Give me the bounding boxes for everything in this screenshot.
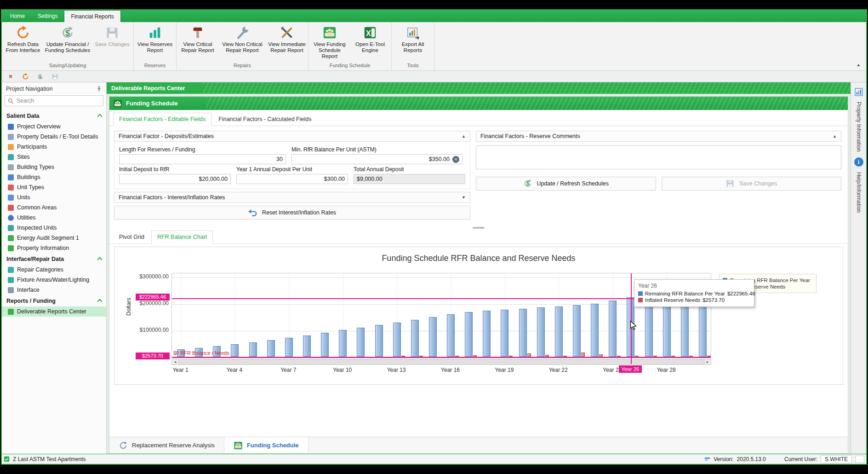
sidebar-item-energy-audit[interactable]: Energy Audit Segment 1	[2, 233, 106, 243]
rfr-balance-bar[interactable]	[537, 307, 545, 357]
tab-financial-factors-calculated[interactable]: Financial Factors - Calculated Fields	[212, 113, 317, 126]
ribbon-collapse-button[interactable]: ▴	[854, 61, 862, 69]
tab-financial-factors-editable[interactable]: Financial Factors - Editable Fields	[113, 113, 211, 126]
open-etool-engine-button[interactable]: X Open E-Tool Engine	[350, 23, 390, 63]
sidebar-item-buildings[interactable]: Buildings	[2, 172, 106, 182]
save-changes-button[interactable]: Save Changes	[662, 177, 842, 191]
tab-home[interactable]: Home	[4, 10, 31, 22]
rfr-balance-bar[interactable]	[411, 320, 419, 357]
view-funding-schedule-report-button[interactable]: View Funding Schedule Report	[309, 23, 350, 63]
tab-rfr-balance-chart[interactable]: RFR Balance Chart	[151, 231, 213, 244]
rfr-balance-bar[interactable]	[393, 323, 401, 357]
tooltip-blue-swatch	[638, 291, 643, 296]
update-refresh-schedules-button[interactable]: $ Update / Refresh Schedules	[476, 177, 656, 191]
view-reserves-report-button[interactable]: View Reserves Report	[135, 23, 175, 63]
sidebar-section-salient-data[interactable]: Salient Data	[2, 110, 106, 121]
view-critical-repair-button[interactable]: View Critical Repair Report	[177, 23, 218, 63]
view-immediate-repair-button[interactable]: View Immediate Repair Report	[267, 23, 307, 63]
length-for-reserves-input[interactable]: 30	[119, 154, 286, 164]
rfr-balance-bar[interactable]	[249, 342, 257, 357]
search-input[interactable]: Search	[5, 95, 103, 106]
rfr-balance-bar[interactable]	[429, 317, 437, 357]
reset-interest-inflation-button[interactable]: Reset Interest/Inflation Rates	[114, 206, 470, 220]
sidebar-item-common-areas[interactable]: Common Areas	[2, 202, 106, 213]
svg-text:X: X	[366, 29, 371, 37]
tab-replacement-reserve-analysis[interactable]: Replacement Reserve Analysis	[109, 437, 224, 453]
rfr-balance-bar[interactable]	[321, 333, 329, 357]
sidebar-item-inspected-units[interactable]: Inspected Units	[2, 223, 106, 233]
rfr-balance-bar[interactable]	[609, 301, 617, 357]
ribbon-button-label: View Immediate Repair Report	[268, 41, 306, 53]
rfr-balance-bar[interactable]	[573, 305, 581, 357]
refresh-data-button[interactable]: Refresh Data From Interface	[3, 23, 43, 63]
sidebar-item-repair-categories[interactable]: Repair Categories	[2, 265, 106, 275]
reserve-needs-bar[interactable]	[527, 353, 531, 357]
refresh-small-icon[interactable]	[21, 72, 29, 81]
rfr-balance-bar[interactable]	[483, 311, 491, 357]
rfr-balance-bar[interactable]	[357, 328, 365, 357]
tab-financial-reports[interactable]: Financial Reports	[64, 10, 120, 22]
scroll-left-icon[interactable]: ◄	[172, 359, 178, 364]
scrollbar-thumb[interactable]	[178, 359, 704, 364]
sidebar-item-deliverable-reports-center[interactable]: Deliverable Reports Center	[2, 306, 106, 317]
sidebar-item-project-overview[interactable]: Project Overview	[2, 121, 106, 132]
panel-header-label: Financial Factors - Reserve Comments	[480, 133, 580, 139]
tab-property-information[interactable]: Property Information	[856, 102, 862, 152]
reserve-comments-panel-header[interactable]: Financial Factors - Reserve Comments ▲	[476, 131, 841, 142]
rfr-balance-bar[interactable]	[591, 304, 599, 357]
sidebar-item-participants[interactable]: Participants	[2, 142, 106, 152]
interest-inflation-panel-header[interactable]: Financial Factors - Interest/Inflation R…	[114, 192, 470, 203]
pin-icon[interactable]	[96, 86, 102, 92]
sidebar-item-property-details[interactable]: Property Details / E-Tool Details	[2, 132, 106, 142]
sidebar-item-fixture-areas[interactable]: Fixture Areas/Water/Lighting	[2, 275, 106, 285]
export-all-reports-button[interactable]: Export All Reports	[393, 23, 433, 63]
sidebar-item-interface[interactable]: Interface	[2, 285, 106, 295]
rfr-balance-bar[interactable]	[465, 312, 473, 357]
sidebar-section-interface-repair-data[interactable]: Interface/Repair Data	[2, 253, 106, 265]
ribbon-group-saving-updating: Refresh Data From Interface $ Update Fin…	[2, 22, 134, 70]
sidebar-item-units[interactable]: Units	[2, 192, 106, 202]
rfr-balance-bar[interactable]	[285, 338, 293, 357]
rfr-balance-bar[interactable]	[303, 335, 311, 357]
scroll-right-icon[interactable]: ►	[704, 359, 711, 364]
sidebar-item-building-types[interactable]: Building Types	[2, 162, 106, 172]
chart-plot-area[interactable]	[171, 273, 711, 357]
reserve-needs-bar[interactable]	[599, 354, 603, 357]
tab-funding-schedule[interactable]: Funding Schedule	[224, 437, 308, 453]
rfr-balance-bar[interactable]	[555, 306, 563, 357]
sidebar-item-utilities[interactable]: Utilities	[2, 213, 106, 223]
initial-deposit-input[interactable]: $20,000.00	[119, 174, 231, 184]
rfr-balance-bar[interactable]	[231, 344, 239, 357]
tab-settings[interactable]: Settings	[31, 10, 64, 22]
tab-pivot-grid[interactable]: Pivot Grid	[113, 231, 150, 243]
dollar-refresh-small-icon[interactable]: $	[36, 72, 44, 81]
sidebar-item-property-information[interactable]: Property Information	[2, 243, 106, 253]
etool-excel-icon: X	[363, 26, 377, 40]
save-small-icon[interactable]	[51, 72, 59, 81]
reserve-comments-input[interactable]	[476, 145, 841, 169]
clear-field-icon[interactable]: ×	[452, 156, 459, 163]
tab-help-information[interactable]: Help/Information	[856, 172, 862, 213]
sidebar-section-reports-funding[interactable]: Reports / Funding	[2, 295, 106, 306]
sidebar-item-sites[interactable]: Sites	[2, 152, 106, 162]
rfr-balance-bar[interactable]	[447, 314, 455, 357]
reserve-needs-bar[interactable]	[545, 355, 549, 357]
save-changes-ribbon-button[interactable]: Save Changes	[92, 23, 132, 63]
year1-deposit-input[interactable]: $300.00	[236, 174, 348, 184]
chart-hscrollbar[interactable]: ◄ ►	[171, 359, 711, 365]
rfr-balance-bar[interactable]	[267, 340, 275, 357]
deposits-panel-header[interactable]: Financial Factor - Deposits/Estimates ▲	[114, 131, 470, 142]
rfr-balance-bar[interactable]	[375, 325, 383, 357]
sidebar-item-unit-types[interactable]: Unit Types	[2, 182, 106, 192]
rfr-balance-bar[interactable]	[339, 330, 347, 357]
view-non-critical-repair-button[interactable]: View Non Critical Repair Report	[218, 23, 267, 63]
rfr-balance-bar[interactable]	[519, 309, 527, 357]
y-tick-label: $300000.00	[126, 273, 169, 280]
update-financial-button[interactable]: $ Update Financial / Funding Schedules	[43, 23, 92, 63]
close-icon[interactable]: ×	[6, 72, 15, 81]
splitter-handle[interactable]	[109, 225, 848, 231]
reserve-needs-bar[interactable]	[581, 353, 585, 357]
rfr-balance-bar[interactable]	[501, 310, 508, 357]
reserve-needs-bar[interactable]	[473, 355, 477, 357]
min-rfr-balance-input[interactable]: $350.00 ×	[291, 154, 463, 164]
